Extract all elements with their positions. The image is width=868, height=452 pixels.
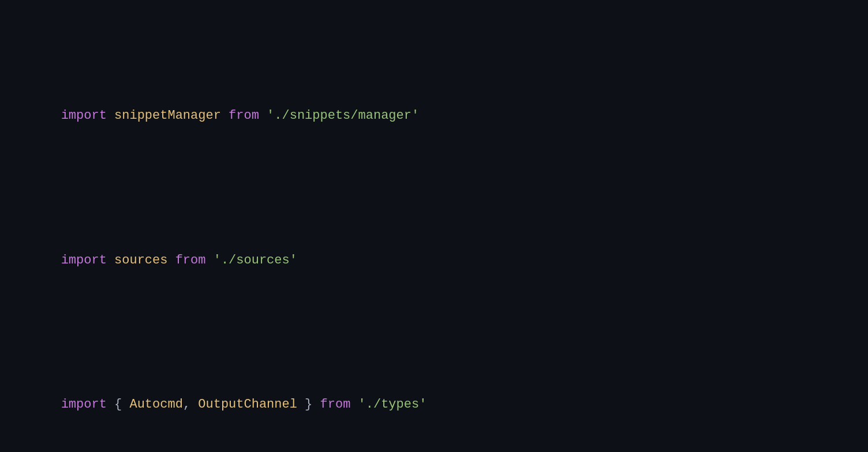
- keyword-import: import: [61, 108, 107, 123]
- code-editor: import snippetManager from './snippets/m…: [0, 0, 868, 452]
- code-line-3: import { Autocmd, OutputChannel } from '…: [0, 372, 868, 438]
- code-line-1: import snippetManager from './snippets/m…: [0, 83, 868, 149]
- code-content: import snippetManager from './snippets/m…: [0, 0, 868, 452]
- code-line-2: import sources from './sources': [0, 228, 868, 293]
